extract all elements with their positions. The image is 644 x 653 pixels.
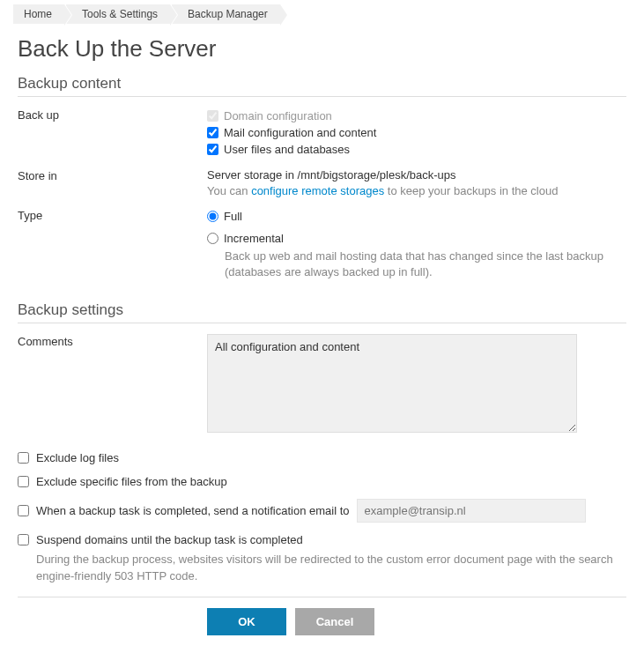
type-full-row[interactable]: Full — [207, 208, 626, 225]
breadcrumb-tools-settings[interactable]: Tools & Settings — [66, 4, 170, 24]
backup-mail-row[interactable]: Mail configuration and content — [207, 124, 626, 141]
checkbox-user-files[interactable] — [207, 144, 218, 155]
exclude-files-label: Exclude specific files from the backup — [36, 475, 227, 488]
section-backup-content: Backup content — [18, 75, 626, 97]
store-in-sub: You can configure remote storages to kee… — [207, 182, 626, 197]
backup-domain-row: Domain configuration — [207, 108, 626, 124]
incremental-subtext: Back up web and mail hosting data that h… — [207, 247, 626, 284]
label-backup: Back up — [18, 108, 207, 122]
type-incremental-row[interactable]: Incremental — [207, 230, 626, 247]
checkbox-exclude-files[interactable] — [18, 476, 29, 487]
suspend-subtext: During the backup process, websites visi… — [18, 552, 626, 589]
radio-incremental-label: Incremental — [224, 232, 284, 245]
checkbox-suspend[interactable] — [18, 534, 29, 545]
store-in-sub-suffix: to keep your backups in the cloud — [384, 184, 558, 197]
checkbox-mail-label: Mail configuration and content — [224, 126, 376, 139]
backup-users-row[interactable]: User files and databases — [207, 141, 626, 158]
configure-remote-storages-link[interactable]: configure remote storages — [251, 184, 384, 197]
divider — [18, 597, 626, 597]
checkbox-users-label: User files and databases — [224, 143, 350, 156]
radio-incremental[interactable] — [207, 233, 218, 244]
breadcrumb: Home Tools & Settings Backup Manager — [0, 0, 644, 28]
suspend-label: Suspend domains until the backup task is… — [36, 533, 303, 546]
label-type: Type — [18, 208, 207, 222]
section-backup-settings: Backup settings — [18, 301, 626, 323]
label-comments: Comments — [18, 334, 207, 348]
radio-full[interactable] — [207, 211, 218, 222]
exclude-files-row[interactable]: Exclude specific files from the backup — [18, 470, 626, 493]
label-store-in: Store in — [18, 168, 207, 182]
suspend-row[interactable]: Suspend domains until the backup task is… — [18, 528, 626, 552]
notify-email-input[interactable] — [357, 499, 586, 523]
notify-row: When a backup task is completed, send a … — [18, 493, 626, 528]
store-in-path: Server storage in /mnt/bigstorage/plesk/… — [207, 168, 626, 182]
page-title: Back Up the Server — [18, 35, 626, 63]
checkbox-exclude-log[interactable] — [18, 452, 29, 464]
comments-textarea[interactable] — [207, 334, 577, 433]
checkbox-domain-configuration — [207, 110, 218, 122]
radio-full-label: Full — [224, 210, 242, 223]
store-in-sub-prefix: You can — [207, 184, 251, 197]
exclude-log-row[interactable]: Exclude log files — [18, 446, 626, 470]
breadcrumb-home[interactable]: Home — [13, 4, 64, 24]
exclude-log-label: Exclude log files — [36, 451, 119, 464]
checkbox-mail-configuration[interactable] — [207, 127, 218, 138]
ok-button[interactable]: OK — [207, 608, 286, 635]
checkbox-notify[interactable] — [18, 505, 29, 516]
cancel-button[interactable]: Cancel — [295, 608, 374, 635]
breadcrumb-backup-manager[interactable]: Backup Manager — [172, 4, 280, 24]
checkbox-domain-label: Domain configuration — [224, 109, 332, 122]
notify-label: When a backup task is completed, send a … — [36, 504, 350, 517]
